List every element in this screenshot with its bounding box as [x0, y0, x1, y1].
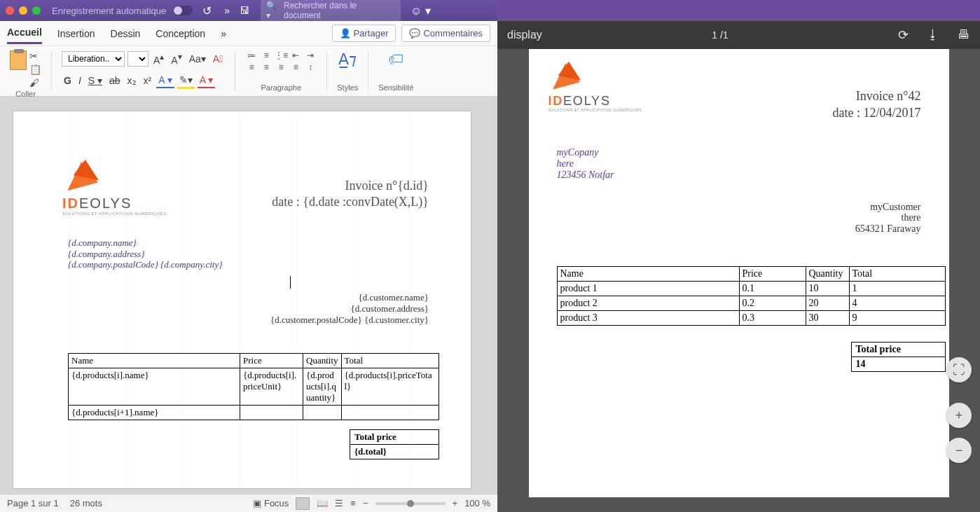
grow-font-icon[interactable]: A▴: [151, 50, 166, 67]
save-icon[interactable]: 🖫: [240, 5, 249, 16]
text-effects-icon[interactable]: A ▾: [156, 73, 174, 88]
outline-icon[interactable]: ☰: [335, 498, 343, 508]
window-controls: [6, 6, 41, 15]
focus-mode[interactable]: ▣ Focus: [253, 498, 289, 508]
tab-conception[interactable]: Conception: [156, 24, 205, 43]
feedback-icon[interactable]: ☺ ▾: [410, 4, 431, 18]
bullets-icon[interactable]: ≔: [245, 50, 258, 60]
indent-dec-icon[interactable]: ⇤: [289, 50, 302, 60]
subscript-icon[interactable]: x₂: [125, 74, 139, 88]
align-center-icon[interactable]: ≡: [260, 62, 272, 72]
document-page[interactable]: IDEOLYS SOLUTIONS ET APPLICATIONS NUMÉRI…: [13, 111, 471, 489]
print-icon[interactable]: 🖶: [958, 27, 970, 43]
line-spacing-icon[interactable]: ↕: [304, 62, 317, 72]
page-indicator[interactable]: Page 1 sur 1: [7, 498, 59, 508]
download-icon[interactable]: ⭳: [927, 27, 939, 43]
table-row: product 30.3309: [557, 311, 945, 326]
italic-icon[interactable]: I: [76, 74, 83, 88]
qat-more-icon[interactable]: »: [224, 5, 230, 16]
company-block: myCopany here 123456 Notfar: [557, 147, 614, 181]
close-icon[interactable]: [6, 6, 14, 15]
logo: IDEOLYS SOLUTIONS ET APPLICATIONS NUMÉRI…: [62, 160, 167, 216]
word-window: Enregistrement automatique ↺ » 🖫 🔍▾ Rech…: [0, 0, 497, 512]
share-button[interactable]: 👤 Partager: [332, 25, 396, 42]
customer-block: myCustomer there 654321 Faraway: [855, 202, 921, 234]
zoom-out-icon[interactable]: −: [946, 438, 972, 463]
clear-format-icon[interactable]: A⃠: [211, 52, 225, 66]
superscript-icon[interactable]: x²: [142, 74, 154, 88]
paste-button[interactable]: [10, 50, 27, 88]
cut-icon[interactable]: ✂: [29, 50, 41, 62]
copy-icon[interactable]: 📋: [29, 64, 41, 75]
zoom-in-icon[interactable]: +: [946, 403, 972, 428]
invoice-header: Invoice n°42 date : 12/04/2017: [833, 88, 921, 122]
pdf-canvas[interactable]: IDEOLYS SOLUTIONS ET APPLICATIONS NUMÉRI…: [497, 49, 980, 512]
invoice-header: Invoice n°{d.id} date : {d.date :convDat…: [272, 178, 429, 211]
shrink-font-icon[interactable]: A▾: [169, 50, 184, 67]
search-icon: 🔍▾: [266, 1, 281, 20]
justify-icon[interactable]: ≡: [289, 62, 302, 72]
draft-icon[interactable]: ≡: [350, 498, 356, 508]
logo: IDEOLYS SOLUTIONS ET APPLICATIONS NUMÉRI…: [548, 62, 642, 112]
paragraph-label: Paragraphe: [261, 83, 302, 92]
zoom-level[interactable]: 100 %: [464, 498, 490, 508]
zoom-slider[interactable]: [375, 502, 446, 505]
pdf-page-indicator: 1 /1: [712, 29, 728, 41]
products-table: Name Price Quantity Total product 10.110…: [557, 266, 946, 326]
underline-icon[interactable]: S ▾: [86, 74, 104, 88]
minimize-icon[interactable]: [19, 6, 27, 15]
zoom-out-icon[interactable]: −: [363, 498, 368, 508]
search-input[interactable]: 🔍▾ Rechercher dans le document: [261, 0, 401, 22]
tab-more[interactable]: »: [221, 24, 226, 43]
pdf-page: IDEOLYS SOLUTIONS ET APPLICATIONS NUMÉRI…: [529, 49, 949, 497]
comments-button[interactable]: 💬 Commentaires: [401, 25, 490, 42]
styles-label: Styles: [337, 83, 358, 92]
titlebar: Enregistrement automatique ↺ » 🖫 🔍▾ Rech…: [0, 0, 497, 21]
table-row: product 10.1101: [557, 282, 945, 296]
statusbar: Page 1 sur 1 26 mots ▣ Focus 📖 ☰ ≡ − + 1…: [0, 494, 497, 512]
document-canvas[interactable]: IDEOLYS SOLUTIONS ET APPLICATIONS NUMÉRI…: [0, 97, 497, 494]
styles-icon[interactable]: A̲⁊: [338, 50, 357, 69]
format-painter-icon[interactable]: 🖌: [29, 77, 41, 88]
sensitivity-label: Sensibilité: [378, 83, 413, 92]
maximize-icon[interactable]: [32, 6, 41, 15]
rotate-icon[interactable]: ⟳: [898, 27, 909, 43]
undo-icon[interactable]: ↺: [202, 4, 212, 18]
indent-inc-icon[interactable]: ⇥: [304, 50, 317, 60]
word-count[interactable]: 26 mots: [70, 498, 102, 508]
align-right-icon[interactable]: ≡: [275, 62, 287, 72]
pdf-viewer: display 1 /1 ⟳ ⭳ 🖶 IDEOLYS SOLUTIONS ET …: [497, 0, 980, 512]
font-color-icon[interactable]: A ▾: [198, 73, 215, 88]
sensitivity-icon[interactable]: 🏷: [388, 50, 403, 69]
autosave-toggle[interactable]: [173, 6, 193, 15]
hummingbird-icon: [548, 62, 586, 94]
hummingbird-icon: [62, 160, 104, 195]
products-template-table: Name Price Quantity Total {d.products[i]…: [68, 353, 439, 420]
tab-dessin[interactable]: Dessin: [111, 24, 141, 43]
read-mode-icon[interactable]: 📖: [317, 498, 328, 508]
multilevel-icon[interactable]: ⋮≡: [275, 50, 287, 60]
bold-icon[interactable]: G: [62, 74, 74, 88]
total-table: Total price 14: [851, 342, 946, 372]
fit-page-icon[interactable]: ⛶: [946, 357, 972, 382]
tab-accueil[interactable]: Accueil: [7, 22, 42, 44]
table-row: product 20.2204: [557, 296, 945, 311]
numbering-icon[interactable]: ≡: [260, 50, 272, 60]
highlight-icon[interactable]: ✎▾: [177, 73, 195, 89]
tab-insertion[interactable]: Insertion: [57, 24, 95, 43]
strike-icon[interactable]: ab: [107, 74, 123, 88]
pdf-toolbar: display 1 /1 ⟳ ⭳ 🖶: [497, 21, 980, 49]
total-template-table: Total price {d.total}: [350, 429, 439, 459]
pdf-title: display: [507, 29, 542, 41]
print-layout-icon[interactable]: [296, 497, 310, 510]
font-size-select[interactable]: 12: [127, 51, 149, 67]
align-left-icon[interactable]: ≡: [245, 62, 258, 72]
text-cursor: [290, 276, 291, 289]
font-name-select[interactable]: Liberation...: [62, 51, 125, 67]
search-placeholder: Rechercher dans le document: [284, 1, 395, 20]
ribbon-tabs: Accueil Insertion Dessin Conception » 👤 …: [0, 21, 497, 46]
clipboard-icon: [10, 50, 27, 70]
customer-placeholder: {d.customer.name} {d.customer.address} {…: [270, 292, 429, 326]
zoom-in-icon[interactable]: +: [453, 498, 458, 508]
change-case-icon[interactable]: Aa▾: [187, 52, 208, 66]
